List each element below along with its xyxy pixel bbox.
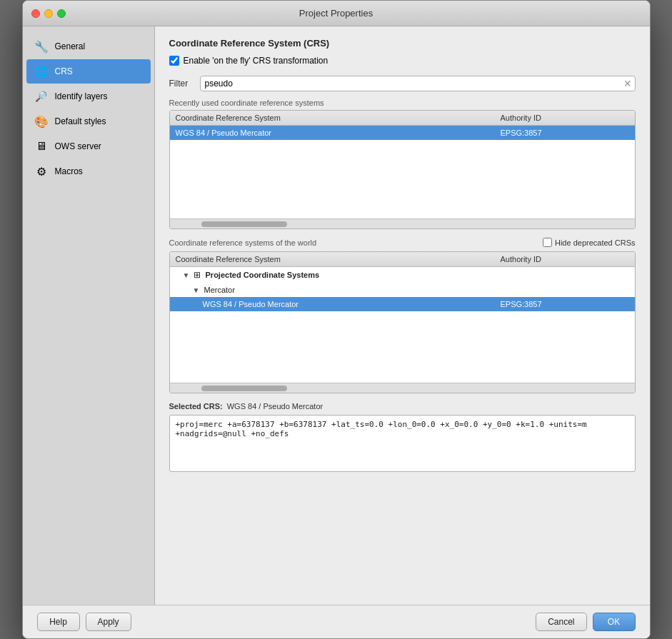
title-bar: Project Properties: [23, 1, 650, 26]
identify-layers-icon: 🔎: [34, 89, 49, 104]
filter-wrap: ✕: [200, 76, 636, 91]
world-empty-rows: [170, 311, 635, 383]
traffic-lights: [31, 9, 66, 18]
close-button[interactable]: [31, 9, 40, 18]
tree-node-mercator-authority: [501, 289, 629, 291]
tree-row[interactable]: ▼ ⊞ Projected Coordinate Systems: [170, 267, 635, 283]
sidebar-item-identify-layers[interactable]: 🔎 Identify layers: [26, 84, 151, 109]
sidebar-item-ows-server[interactable]: 🖥 OWS server: [26, 134, 151, 159]
help-button[interactable]: Help: [37, 613, 80, 631]
tree-node-projected: ▼ ⊞ Projected Coordinate Systems: [183, 269, 501, 281]
main-content: Coordinate Reference System (CRS) Enable…: [155, 26, 650, 605]
tree-row[interactable]: ▼ Mercator: [170, 283, 635, 297]
sidebar-item-default-styles[interactable]: 🎨 Default styles: [26, 109, 151, 134]
tree-node-wgs84: WGS 84 / Pseudo Mercator: [203, 299, 501, 309]
selected-crs-row: Selected CRS: WGS 84 / Pseudo Mercator: [169, 402, 636, 411]
recent-crs-authority: EPSG:3857: [501, 128, 629, 138]
apply-button[interactable]: Apply: [86, 613, 131, 631]
hide-deprecated-row: Hide deprecated CRSs: [543, 238, 636, 247]
tree-node-projected-authority: [501, 274, 629, 276]
recent-scrollbar[interactable]: [170, 218, 635, 228]
wgs84-label: WGS 84 / Pseudo Mercator: [203, 300, 299, 308]
footer-left: Help Apply: [37, 613, 131, 631]
recent-crs-table: Coordinate Reference System Authority ID…: [169, 110, 636, 229]
window-title: Project Properties: [299, 8, 373, 19]
mercator-label: Mercator: [204, 286, 234, 294]
footer: Help Apply Cancel OK: [23, 605, 650, 638]
ok-button[interactable]: OK: [593, 613, 636, 631]
sidebar-label-crs: CRS: [55, 66, 73, 76]
mercator-arrow-icon: ▼: [193, 286, 200, 294]
world-crs-header: Coordinate reference systems of the worl…: [169, 238, 636, 247]
sidebar-label-identify-layers: Identify layers: [55, 91, 108, 101]
recent-crs-name: WGS 84 / Pseudo Mercator: [176, 128, 501, 138]
window-body: 🔧 General 🌐 CRS 🔎 Identify layers 🎨 Defa…: [23, 26, 650, 605]
projected-label: Projected Coordinate Systems: [206, 271, 320, 279]
world-scrollbar-thumb[interactable]: [201, 386, 287, 391]
enable-otf-row: Enable 'on the fly' CRS transformation: [169, 56, 636, 66]
filter-input[interactable]: [200, 76, 636, 91]
recent-col-crs: Coordinate Reference System: [176, 114, 501, 122]
minimize-button[interactable]: [44, 9, 53, 18]
hide-deprecated-label: Hide deprecated CRSs: [555, 238, 636, 247]
sidebar-label-general: General: [55, 41, 86, 51]
default-styles-icon: 🎨: [34, 114, 49, 129]
table-row[interactable]: WGS 84 / Pseudo Mercator EPSG:3857: [170, 126, 635, 140]
sidebar-label-ows-server: OWS server: [55, 141, 101, 151]
sidebar-item-general[interactable]: 🔧 General: [26, 34, 151, 59]
sidebar-label-macros: Macros: [55, 166, 83, 176]
recent-table-header: Coordinate Reference System Authority ID: [170, 111, 635, 126]
cancel-button[interactable]: Cancel: [536, 613, 586, 631]
main-window: Project Properties 🔧 General 🌐 CRS 🔎 Ide…: [22, 0, 651, 639]
enable-otf-checkbox[interactable]: [169, 56, 179, 66]
world-col-authority: Authority ID: [501, 255, 629, 263]
recent-col-authority: Authority ID: [501, 114, 629, 122]
footer-right: Cancel OK: [536, 613, 635, 631]
selected-crs-label: Selected CRS:: [169, 402, 223, 411]
projected-arrow-icon: ▼: [183, 271, 190, 279]
world-crs-table: Coordinate Reference System Authority ID…: [169, 251, 636, 393]
sidebar-item-macros[interactable]: ⚙ Macros: [26, 159, 151, 183]
world-scrollbar[interactable]: [170, 383, 635, 393]
filter-label: Filter: [169, 79, 194, 89]
world-col-crs: Coordinate Reference System: [176, 255, 501, 263]
proj-string-textarea[interactable]: +proj=merc +a=6378137 +b=6378137 +lat_ts…: [169, 415, 636, 472]
sidebar-label-default-styles: Default styles: [55, 116, 106, 126]
tree-node-wgs84-authority: EPSG:3857: [501, 299, 629, 309]
filter-row: Filter ✕: [169, 76, 636, 91]
macros-icon: ⚙: [34, 163, 49, 179]
projected-grid-icon: ⊞: [194, 270, 201, 280]
tree-row[interactable]: WGS 84 / Pseudo Mercator EPSG:3857: [170, 297, 635, 311]
recent-scrollbar-thumb[interactable]: [201, 221, 287, 227]
crs-icon: 🌐: [34, 64, 49, 79]
filter-clear-icon[interactable]: ✕: [623, 79, 632, 89]
page-title: Coordinate Reference System (CRS): [169, 38, 636, 49]
hide-deprecated-checkbox[interactable]: [543, 238, 552, 247]
enable-otf-label: Enable 'on the fly' CRS transformation: [184, 56, 329, 66]
recently-used-label: Recently used coordinate reference syste…: [169, 99, 636, 107]
maximize-button[interactable]: [57, 9, 66, 18]
ows-server-icon: 🖥: [34, 139, 49, 154]
world-crs-label: Coordinate reference systems of the worl…: [169, 238, 317, 247]
world-table-header: Coordinate Reference System Authority ID: [170, 252, 635, 267]
recent-empty-rows: [170, 140, 635, 218]
tree-node-mercator: ▼ Mercator: [193, 285, 501, 295]
general-icon: 🔧: [34, 39, 49, 54]
sidebar-item-crs[interactable]: 🌐 CRS: [26, 59, 151, 84]
selected-crs-value: WGS 84 / Pseudo Mercator: [227, 402, 324, 411]
sidebar: 🔧 General 🌐 CRS 🔎 Identify layers 🎨 Defa…: [23, 26, 155, 605]
